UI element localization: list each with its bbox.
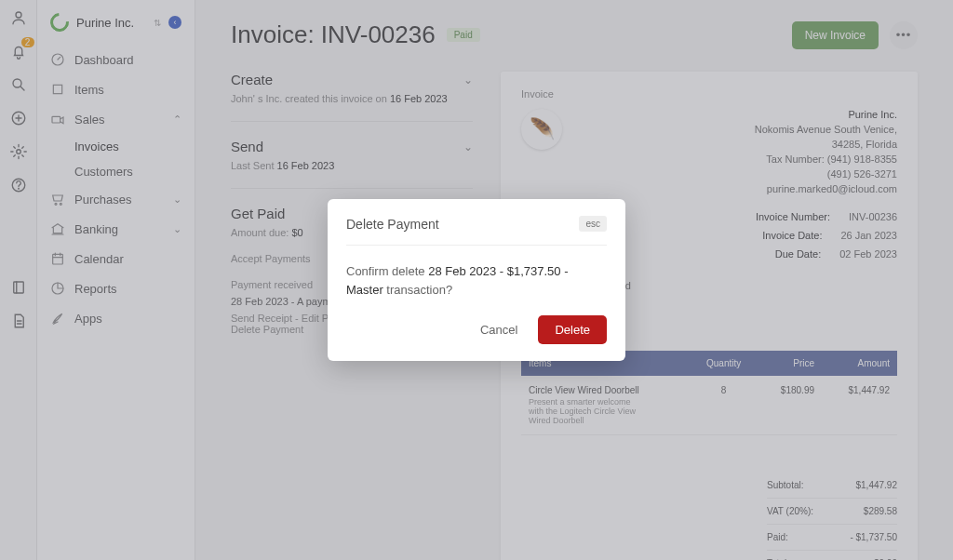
modal-body: Confirm delete 28 Feb 2023 - $1,737.50 -… [346,246,607,315]
cancel-button[interactable]: Cancel [467,315,530,344]
modal-close-esc[interactable]: esc [579,216,607,232]
modal-overlay[interactable]: Delete Payment esc Confirm delete 28 Feb… [0,0,953,560]
delete-payment-modal: Delete Payment esc Confirm delete 28 Feb… [328,199,625,361]
modal-title: Delete Payment [346,217,439,232]
delete-button[interactable]: Delete [538,315,607,344]
